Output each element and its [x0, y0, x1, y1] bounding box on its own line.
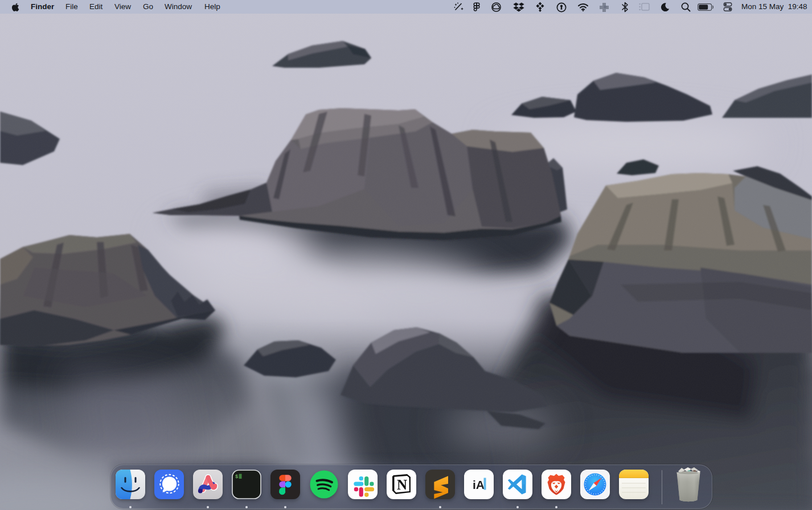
- svg-text:$: $: [235, 474, 239, 480]
- svg-text:iA: iA: [473, 478, 485, 491]
- svg-text:N: N: [397, 477, 407, 492]
